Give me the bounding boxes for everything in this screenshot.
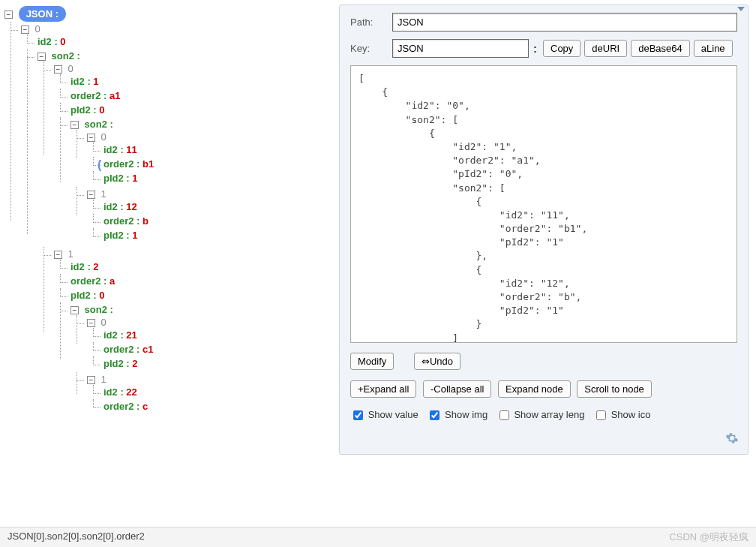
tree-node[interactable]: − 0 <box>21 23 40 35</box>
tree-node[interactable]: pId2 : 1 <box>104 230 138 241</box>
aline-button[interactable]: aLine <box>694 40 733 57</box>
tree-node[interactable]: − son2 : <box>38 50 80 62</box>
debase64-button[interactable]: deBase64 <box>631 40 690 57</box>
tree-node[interactable]: − 1 <box>87 188 106 200</box>
tree-node[interactable]: pId2 : 2 <box>104 358 138 369</box>
show-img-check[interactable]: Show img <box>427 409 488 420</box>
show-value-check[interactable]: Show value <box>350 409 418 420</box>
toggle-icon[interactable]: − <box>38 53 46 61</box>
tree-node[interactable]: order2 : b1 <box>104 158 154 170</box>
tree-node[interactable]: id2 : 21 <box>104 329 137 341</box>
tree-node[interactable]: id2 : 1 <box>70 76 99 87</box>
toggle-icon[interactable]: − <box>21 26 29 34</box>
detail-panel: Path: Key: : Copy deURI deBase64 aLine M… <box>339 5 748 455</box>
tree-node[interactable]: pId2 : 0 <box>70 104 105 116</box>
tree-node[interactable]: order2 : b <box>104 215 148 227</box>
toggle-icon[interactable]: − <box>87 134 95 142</box>
scroll-node-button[interactable]: Scroll to node <box>577 380 652 398</box>
expand-node-button[interactable]: Expand node <box>498 380 571 398</box>
toggle-icon[interactable]: − <box>70 306 79 314</box>
tree-node[interactable]: − 1 <box>54 248 74 260</box>
json-tree[interactable]: − JSON : − 0 id2 : 0− son2 : − 0 id2 : 1… <box>3 6 336 421</box>
tree-node[interactable]: order2 : c1 <box>104 344 154 355</box>
show-array-len-check[interactable]: Show array leng <box>496 409 585 420</box>
tree-node[interactable]: id2 : 2 <box>70 261 99 272</box>
path-label: Path: <box>350 17 392 28</box>
tree-node[interactable]: order2 : a1 <box>70 90 121 101</box>
tree-node[interactable]: id2 : 12 <box>104 201 137 212</box>
toggle-icon[interactable]: − <box>54 251 62 259</box>
deuri-button[interactable]: deURI <box>584 40 627 57</box>
tree-node[interactable]: order2 : c <box>104 401 148 412</box>
collapse-all-button[interactable]: -Collapse all <box>423 380 492 398</box>
tree-node[interactable]: id2 : 11 <box>104 144 137 155</box>
root-node[interactable]: JSON : <box>19 6 66 22</box>
tree-node[interactable]: id2 : 22 <box>104 386 137 398</box>
copy-button[interactable]: Copy <box>543 40 580 57</box>
colon-separator: : <box>533 42 537 55</box>
toggle-icon[interactable]: − <box>87 191 95 199</box>
toggle-icon[interactable]: − <box>54 65 62 74</box>
tree-node[interactable]: order2 : a <box>70 275 115 287</box>
expand-all-button[interactable]: +Expand all <box>350 380 416 398</box>
toggle-icon[interactable]: − <box>87 376 95 384</box>
path-input[interactable] <box>392 13 737 32</box>
tree-panel: − JSON : − 0 id2 : 0− son2 : − 0 id2 : 1… <box>0 0 339 525</box>
tree-node[interactable]: − son2 : <box>70 304 113 315</box>
tree-node[interactable]: − 0 <box>87 131 106 143</box>
toggle-icon[interactable]: − <box>87 319 95 327</box>
tree-node[interactable]: pId2 : 0 <box>70 290 105 301</box>
tree-node[interactable]: id2 : 0 <box>38 36 66 47</box>
json-textarea[interactable] <box>350 65 737 343</box>
show-ico-check[interactable]: Show ico <box>593 409 650 420</box>
tree-node[interactable]: − 0 <box>87 317 106 328</box>
tree-node[interactable]: − son2 : <box>70 119 113 130</box>
key-label: Key: <box>350 43 392 54</box>
tree-node[interactable]: − 1 <box>87 374 106 385</box>
undo-button[interactable]: ⇔Undo <box>414 353 460 370</box>
modify-button[interactable]: Modify <box>350 353 394 370</box>
toggle-icon[interactable]: − <box>4 11 13 19</box>
key-input[interactable] <box>392 39 529 58</box>
tree-node[interactable]: − 0 <box>54 63 74 74</box>
gear-icon[interactable] <box>725 431 739 445</box>
toggle-icon[interactable]: − <box>70 121 79 129</box>
tree-node[interactable]: pId2 : 1 <box>104 173 138 184</box>
